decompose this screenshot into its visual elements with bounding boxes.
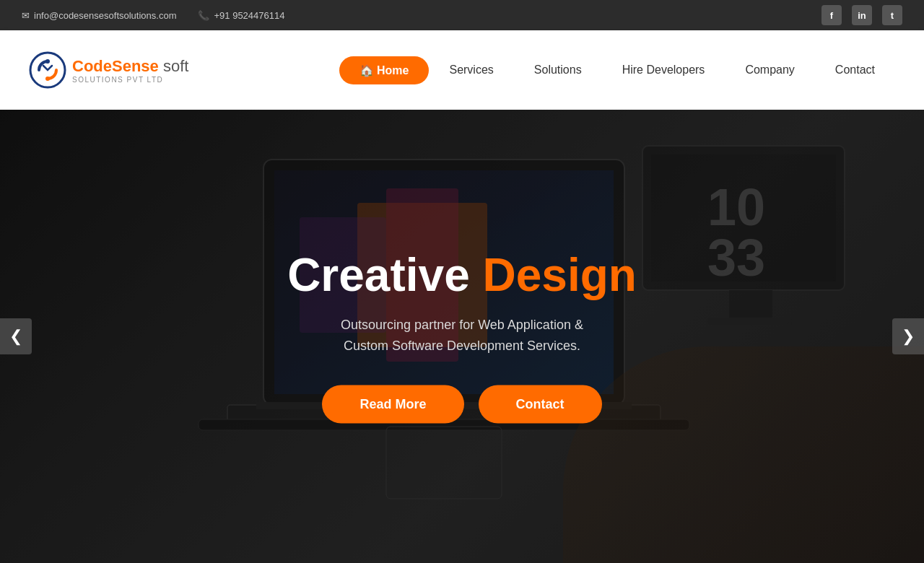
email-text: info@codesensesoftsolutions.com — [34, 10, 176, 21]
next-arrow-button[interactable]: ❯ — [892, 318, 924, 354]
top-bar-contact: ✉ info@codesensesoftsolutions.com 📞 +91 … — [22, 10, 284, 21]
phone-icon: 📞 — [198, 10, 209, 21]
social-links: f in t — [821, 5, 902, 25]
facebook-icon[interactable]: f — [821, 5, 842, 25]
brand-sub: SOLUTIONS PVT LTD — [72, 76, 188, 84]
nav-services-link[interactable]: Services — [429, 56, 513, 84]
logo-text: CodeSense soft SOLUTIONS PVT LTD — [72, 57, 188, 84]
nav-company-link[interactable]: Company — [725, 56, 814, 84]
nav-solutions-link[interactable]: Solutions — [514, 56, 602, 84]
nav-links: 🏠 Home Services Solutions Hire Developer… — [339, 56, 895, 84]
hero-content: Creative Design Outsourcing partner for … — [209, 250, 715, 424]
phone-text: +91 9524476114 — [214, 10, 284, 21]
top-bar: ✉ info@codesensesoftsolutions.com 📞 +91 … — [0, 0, 924, 30]
contact-button[interactable]: Contact — [479, 385, 602, 423]
email-icon: ✉ — [22, 10, 30, 21]
navbar: CodeSense soft SOLUTIONS PVT LTD 🏠 Home … — [0, 30, 924, 110]
hero-title: Creative Design — [209, 250, 715, 300]
hero-subtitle-line2: Custom Software Development Services. — [344, 339, 580, 353]
brand-name: CodeSense soft — [72, 57, 188, 76]
logo[interactable]: CodeSense soft SOLUTIONS PVT LTD — [29, 51, 188, 89]
phone-info: 📞 +91 9524476114 — [198, 10, 284, 21]
read-more-button[interactable]: Read More — [322, 385, 463, 423]
nav-hire-link[interactable]: Hire Developers — [602, 56, 725, 84]
logo-icon — [29, 51, 66, 89]
linkedin-icon[interactable]: in — [852, 5, 872, 25]
hero-subtitle-line1: Outsourcing partner for Web Application … — [341, 318, 583, 332]
hero-subtitle: Outsourcing partner for Web Application … — [209, 315, 715, 357]
hero-title-white: Creative — [287, 249, 470, 301]
brand-main: CodeSense — [72, 57, 159, 75]
email-info: ✉ info@codesensesoftsolutions.com — [22, 10, 176, 21]
svg-point-1 — [45, 59, 50, 64]
hero-section: 10 33 ❮ Creative Design Outsourcing part… — [0, 110, 924, 563]
nav-contact-link[interactable]: Contact — [815, 56, 895, 84]
nav-home-link[interactable]: 🏠 Home — [339, 56, 430, 84]
hero-buttons: Read More Contact — [209, 385, 715, 423]
svg-point-2 — [45, 77, 50, 81]
brand-suffix: soft — [159, 57, 189, 75]
prev-arrow-button[interactable]: ❮ — [0, 318, 32, 354]
twitter-icon[interactable]: t — [882, 5, 902, 25]
hero-title-orange: Design — [483, 249, 637, 301]
